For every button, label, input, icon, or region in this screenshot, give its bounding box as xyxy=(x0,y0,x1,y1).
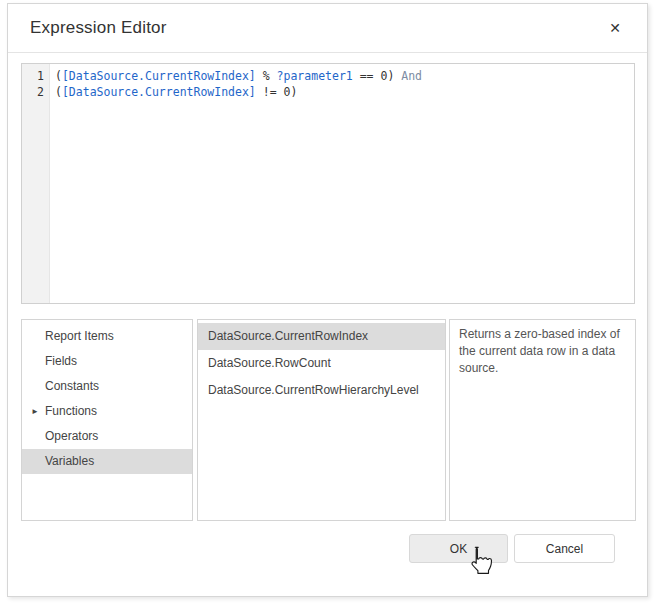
code-line-2: ([DataSource.CurrentRowIndex] != 0) xyxy=(55,84,634,100)
dialog-header: Expression Editor ✕ xyxy=(8,4,647,53)
category-item-fields[interactable]: Fields xyxy=(22,349,192,374)
category-list: Report Items Fields Constants ► Function… xyxy=(21,319,193,521)
cancel-button[interactable]: Cancel xyxy=(514,534,615,563)
category-label: Operators xyxy=(45,429,98,443)
code-token: != 0) xyxy=(256,85,298,99)
code-token: ( xyxy=(55,85,62,99)
line-number: 1 xyxy=(22,68,44,84)
category-item-constants[interactable]: Constants xyxy=(22,374,192,399)
code-area[interactable]: ([DataSource.CurrentRowIndex] % ?paramet… xyxy=(50,64,634,303)
dialog-title: Expression Editor xyxy=(30,18,167,38)
member-list: DataSource.CurrentRowIndex DataSource.Ro… xyxy=(197,319,446,521)
category-item-variables[interactable]: Variables xyxy=(22,449,192,474)
code-token-keyword: And xyxy=(401,69,422,83)
line-number: 2 xyxy=(22,84,44,100)
line-number-gutter: 1 2 xyxy=(22,64,50,303)
member-item-currentrowhierarchylevel[interactable]: DataSource.CurrentRowHierarchyLevel xyxy=(198,377,445,404)
code-line-1: ([DataSource.CurrentRowIndex] % ?paramet… xyxy=(55,68,634,84)
member-item-rowcount[interactable]: DataSource.RowCount xyxy=(198,350,445,377)
description-panel: Returns a zero-based index of the curren… xyxy=(449,319,636,521)
description-text: Returns a zero-based index of the curren… xyxy=(459,327,620,375)
category-item-report-items[interactable]: Report Items xyxy=(22,324,192,349)
category-item-functions[interactable]: ► Functions xyxy=(22,399,192,424)
category-label: Fields xyxy=(45,354,77,368)
ok-button[interactable]: OK xyxy=(409,534,508,563)
category-label: Constants xyxy=(45,379,99,393)
category-label: Functions xyxy=(45,404,97,418)
code-token: % xyxy=(256,69,277,83)
close-icon[interactable]: ✕ xyxy=(605,17,625,39)
code-token-parameter: ?parameter1 xyxy=(277,69,353,83)
code-token-field: [DataSource.CurrentRowIndex] xyxy=(62,69,256,83)
code-token: == 0) xyxy=(353,69,401,83)
expand-arrow-icon[interactable]: ► xyxy=(31,399,39,424)
member-item-currentrowindex[interactable]: DataSource.CurrentRowIndex xyxy=(198,323,445,350)
category-item-operators[interactable]: Operators xyxy=(22,424,192,449)
category-label: Variables xyxy=(45,454,94,468)
expression-code-editor[interactable]: 1 2 ([DataSource.CurrentRowIndex] % ?par… xyxy=(21,63,635,304)
code-token: ( xyxy=(55,69,62,83)
category-label: Report Items xyxy=(45,329,114,343)
expression-editor-dialog: Expression Editor ✕ 1 2 ([DataSource.Cur… xyxy=(7,3,648,597)
code-token-field: [DataSource.CurrentRowIndex] xyxy=(62,85,256,99)
